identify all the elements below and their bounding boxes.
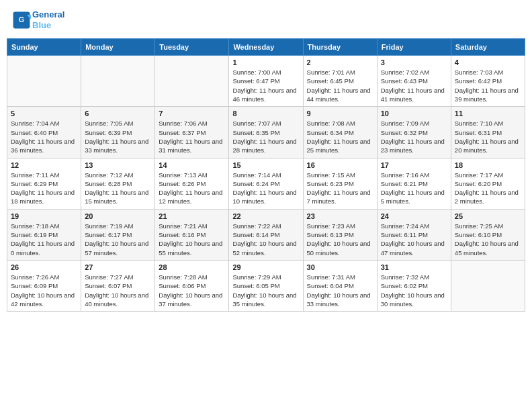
- calendar-cell: 18Sunrise: 7:17 AMSunset: 6:20 PMDayligh…: [451, 158, 525, 209]
- calendar-cell: 25Sunrise: 7:25 AMSunset: 6:10 PMDayligh…: [451, 209, 525, 260]
- day-number: 1: [232, 58, 299, 66]
- day-number: 24: [381, 212, 447, 220]
- day-info: Sunrise: 7:04 AMSunset: 6:40 PMDaylight:…: [11, 119, 77, 154]
- day-info: Sunrise: 7:13 AMSunset: 6:26 PMDaylight:…: [159, 171, 225, 206]
- weekday-header-sunday: Sunday: [7, 39, 81, 56]
- svg-text:G: G: [19, 15, 24, 24]
- logo-icon: G: [12, 11, 31, 30]
- logo: G General Blue: [12, 9, 64, 30]
- day-info: Sunrise: 7:32 AMSunset: 6:02 PMDaylight:…: [381, 273, 447, 308]
- day-number: 23: [307, 212, 373, 220]
- day-number: 29: [232, 263, 299, 271]
- calendar-cell: 30Sunrise: 7:31 AMSunset: 6:04 PMDayligh…: [303, 260, 377, 311]
- calendar-cell: 22Sunrise: 7:22 AMSunset: 6:14 PMDayligh…: [229, 209, 303, 260]
- day-info: Sunrise: 7:29 AMSunset: 6:05 PMDaylight:…: [232, 273, 299, 308]
- day-number: 10: [381, 109, 447, 118]
- day-number: 7: [159, 109, 225, 118]
- logo-text: General Blue: [32, 9, 64, 30]
- calendar-cell: 23Sunrise: 7:23 AMSunset: 6:13 PMDayligh…: [303, 209, 377, 260]
- calendar-cell: 1Sunrise: 7:00 AMSunset: 6:47 PMDaylight…: [229, 56, 303, 107]
- day-info: Sunrise: 7:15 AMSunset: 6:23 PMDaylight:…: [307, 171, 373, 206]
- calendar-cell: 19Sunrise: 7:18 AMSunset: 6:19 PMDayligh…: [7, 209, 81, 260]
- calendar-cell: 31Sunrise: 7:32 AMSunset: 6:02 PMDayligh…: [377, 260, 451, 311]
- day-number: 8: [232, 109, 299, 118]
- day-number: 15: [232, 161, 299, 169]
- weekday-header-tuesday: Tuesday: [155, 39, 229, 56]
- day-info: Sunrise: 7:02 AMSunset: 6:43 PMDaylight:…: [381, 68, 447, 103]
- day-number: 16: [307, 161, 373, 169]
- calendar-week-3: 12Sunrise: 7:11 AMSunset: 6:29 PMDayligh…: [7, 158, 525, 209]
- calendar-cell: 15Sunrise: 7:14 AMSunset: 6:24 PMDayligh…: [229, 158, 303, 209]
- day-number: 12: [11, 161, 77, 169]
- calendar-cell: 17Sunrise: 7:16 AMSunset: 6:21 PMDayligh…: [377, 158, 451, 209]
- day-info: Sunrise: 7:08 AMSunset: 6:34 PMDaylight:…: [307, 119, 373, 154]
- calendar-cell: 4Sunrise: 7:03 AMSunset: 6:42 PMDaylight…: [451, 56, 525, 107]
- calendar-cell: [451, 260, 525, 311]
- day-number: 30: [307, 263, 373, 271]
- day-info: Sunrise: 7:27 AMSunset: 6:07 PMDaylight:…: [85, 273, 151, 308]
- calendar-week-5: 26Sunrise: 7:26 AMSunset: 6:09 PMDayligh…: [7, 260, 525, 311]
- calendar-cell: 10Sunrise: 7:09 AMSunset: 6:32 PMDayligh…: [377, 107, 451, 158]
- calendar-week-2: 5Sunrise: 7:04 AMSunset: 6:40 PMDaylight…: [7, 107, 525, 158]
- weekday-header-wednesday: Wednesday: [229, 39, 303, 56]
- day-number: 3: [381, 58, 447, 66]
- calendar-cell: [7, 56, 81, 107]
- day-info: Sunrise: 7:10 AMSunset: 6:31 PMDaylight:…: [455, 119, 521, 154]
- day-number: 26: [11, 263, 77, 271]
- calendar-cell: 24Sunrise: 7:24 AMSunset: 6:11 PMDayligh…: [377, 209, 451, 260]
- calendar-cell: [155, 56, 229, 107]
- day-info: Sunrise: 7:25 AMSunset: 6:10 PMDaylight:…: [455, 222, 521, 257]
- day-info: Sunrise: 7:03 AMSunset: 6:42 PMDaylight:…: [455, 68, 521, 103]
- day-info: Sunrise: 7:17 AMSunset: 6:20 PMDaylight:…: [455, 171, 521, 206]
- calendar-cell: 20Sunrise: 7:19 AMSunset: 6:17 PMDayligh…: [81, 209, 155, 260]
- day-number: 19: [11, 212, 77, 220]
- day-number: 27: [85, 263, 151, 271]
- calendar-cell: 14Sunrise: 7:13 AMSunset: 6:26 PMDayligh…: [155, 158, 229, 209]
- day-info: Sunrise: 7:06 AMSunset: 6:37 PMDaylight:…: [159, 119, 225, 154]
- weekday-header-friday: Friday: [377, 39, 451, 56]
- day-info: Sunrise: 7:24 AMSunset: 6:11 PMDaylight:…: [381, 222, 447, 257]
- calendar-cell: 5Sunrise: 7:04 AMSunset: 6:40 PMDaylight…: [7, 107, 81, 158]
- day-number: 31: [381, 263, 447, 271]
- calendar-cell: 27Sunrise: 7:27 AMSunset: 6:07 PMDayligh…: [81, 260, 155, 311]
- day-info: Sunrise: 7:22 AMSunset: 6:14 PMDaylight:…: [232, 222, 299, 257]
- day-number: 20: [85, 212, 151, 220]
- calendar-cell: 9Sunrise: 7:08 AMSunset: 6:34 PMDaylight…: [303, 107, 377, 158]
- weekday-header-monday: Monday: [81, 39, 155, 56]
- day-info: Sunrise: 7:26 AMSunset: 6:09 PMDaylight:…: [11, 273, 77, 308]
- day-number: 14: [159, 161, 225, 169]
- calendar-cell: [81, 56, 155, 107]
- calendar-table: SundayMondayTuesdayWednesdayThursdayFrid…: [7, 38, 525, 312]
- weekday-header-thursday: Thursday: [303, 39, 377, 56]
- day-number: 28: [159, 263, 225, 271]
- day-number: 21: [159, 212, 225, 220]
- calendar-cell: 21Sunrise: 7:21 AMSunset: 6:16 PMDayligh…: [155, 209, 229, 260]
- day-number: 9: [307, 109, 373, 118]
- calendar-cell: 3Sunrise: 7:02 AMSunset: 6:43 PMDaylight…: [377, 56, 451, 107]
- day-info: Sunrise: 7:07 AMSunset: 6:35 PMDaylight:…: [232, 119, 299, 154]
- day-info: Sunrise: 7:16 AMSunset: 6:21 PMDaylight:…: [381, 171, 447, 206]
- day-info: Sunrise: 7:11 AMSunset: 6:29 PMDaylight:…: [11, 171, 77, 206]
- day-info: Sunrise: 7:05 AMSunset: 6:39 PMDaylight:…: [85, 119, 151, 154]
- day-info: Sunrise: 7:00 AMSunset: 6:47 PMDaylight:…: [232, 68, 299, 103]
- page-header: G General Blue: [7, 7, 525, 33]
- day-number: 11: [455, 109, 521, 118]
- day-number: 4: [455, 58, 521, 66]
- calendar-cell: 2Sunrise: 7:01 AMSunset: 6:45 PMDaylight…: [303, 56, 377, 107]
- day-number: 6: [85, 109, 151, 118]
- day-number: 2: [307, 58, 373, 66]
- day-number: 17: [381, 161, 447, 169]
- calendar-week-1: 1Sunrise: 7:00 AMSunset: 6:47 PMDaylight…: [7, 56, 525, 107]
- day-info: Sunrise: 7:18 AMSunset: 6:19 PMDaylight:…: [11, 222, 77, 257]
- day-number: 5: [11, 109, 77, 118]
- weekday-header-saturday: Saturday: [451, 39, 525, 56]
- calendar-cell: 26Sunrise: 7:26 AMSunset: 6:09 PMDayligh…: [7, 260, 81, 311]
- day-info: Sunrise: 7:31 AMSunset: 6:04 PMDaylight:…: [307, 273, 373, 308]
- day-number: 18: [455, 161, 521, 169]
- day-info: Sunrise: 7:14 AMSunset: 6:24 PMDaylight:…: [232, 171, 299, 206]
- day-number: 25: [455, 212, 521, 220]
- calendar-cell: 12Sunrise: 7:11 AMSunset: 6:29 PMDayligh…: [7, 158, 81, 209]
- day-info: Sunrise: 7:23 AMSunset: 6:13 PMDaylight:…: [307, 222, 373, 257]
- day-info: Sunrise: 7:19 AMSunset: 6:17 PMDaylight:…: [85, 222, 151, 257]
- calendar-cell: 16Sunrise: 7:15 AMSunset: 6:23 PMDayligh…: [303, 158, 377, 209]
